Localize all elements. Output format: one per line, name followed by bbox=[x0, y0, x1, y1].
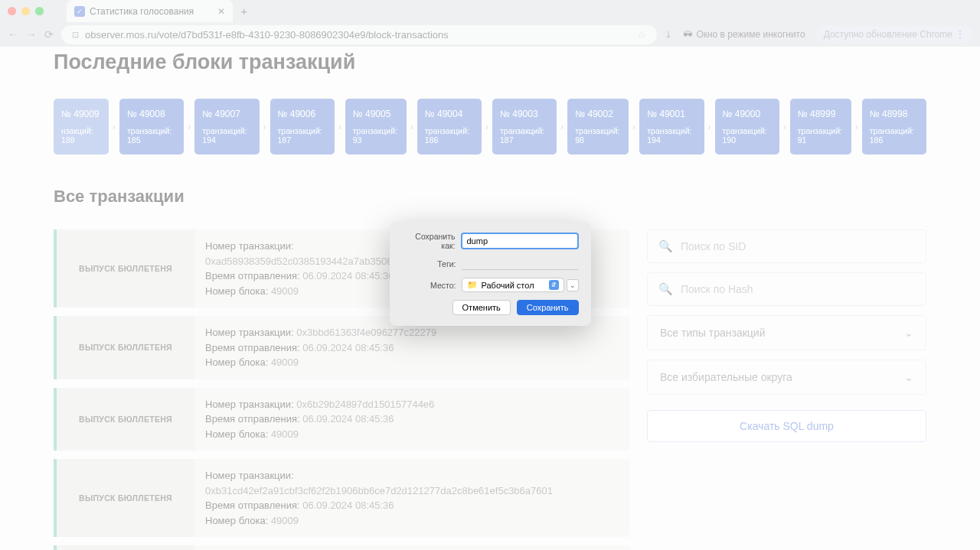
block-separator-icon: › bbox=[708, 122, 711, 132]
incognito-indicator: 🕶 Окно в режиме инкогнито bbox=[683, 29, 805, 40]
close-tab-button[interactable]: ✕ bbox=[217, 6, 225, 17]
block-txn-count: транзакций: 190 bbox=[723, 126, 772, 145]
site-settings-icon[interactable]: ⊡ bbox=[72, 30, 79, 40]
txn-type-badge: ВЫПУСК БЮЛЛЕТЕНЯ bbox=[57, 459, 194, 537]
block-card[interactable]: № 49009нзакций: 188 bbox=[54, 99, 109, 155]
block-txn-count: транзакций: 194 bbox=[647, 126, 696, 145]
incognito-icon: 🕶 bbox=[683, 29, 692, 40]
browser-toolbar: ← → ⟳ ⊡ observer.mos.ru/vote/d7bd531f-e8… bbox=[0, 22, 980, 47]
window-controls bbox=[8, 7, 44, 15]
txn-body: Номер транзакции: 0x6b29b24897dd15015774… bbox=[194, 388, 630, 451]
folder-icon: 📁 bbox=[467, 280, 478, 290]
txn-body: Номер транзакции: 0x2cfe6c90b295cad1b629… bbox=[194, 545, 630, 550]
block-number: № 48998 bbox=[870, 109, 919, 119]
block-txn-count: транзакций: 187 bbox=[500, 126, 549, 145]
block-card[interactable]: № 49002транзакций: 98 bbox=[567, 99, 629, 155]
sidebar-filters: 🔍 Поиск по SID 🔍 Поиск по Hash Все типы … bbox=[647, 229, 926, 550]
block-number: № 49005 bbox=[353, 109, 399, 119]
search-icon: 🔍 bbox=[658, 282, 673, 296]
url-text: observer.mos.ru/vote/d7bd531f-e8fb-4310-… bbox=[85, 29, 449, 41]
block-card[interactable]: № 49004транзакций: 186 bbox=[417, 99, 482, 155]
block-number: № 49003 bbox=[500, 109, 549, 119]
transaction-card[interactable]: ВЫПУСК БЮЛЛЕТЕНЯ Номер транзакции: 0xb31… bbox=[54, 459, 630, 537]
reload-button[interactable]: ⟳ bbox=[44, 28, 54, 41]
block-number: № 49007 bbox=[202, 109, 251, 119]
location-label: Место: bbox=[402, 281, 462, 290]
block-txn-count: транзакций: 194 bbox=[202, 126, 251, 145]
filename-input[interactable] bbox=[461, 233, 579, 249]
chevron-down-icon: ⌄ bbox=[904, 327, 913, 339]
txn-type-badge: ВЫПУСК БЮЛЛЕТЕНЯ bbox=[57, 388, 194, 451]
block-card[interactable]: № 49003транзакций: 187 bbox=[492, 99, 557, 155]
save-dialog: Сохранить как: Теги: Место: 📁 Рабочий ст… bbox=[390, 222, 591, 326]
txn-type-badge: ВЫПУСК БЮЛЛЕТЕНЯ bbox=[57, 229, 194, 308]
menu-icon: ⋮ bbox=[956, 29, 965, 40]
block-separator-icon: › bbox=[783, 122, 786, 132]
tags-input[interactable] bbox=[462, 258, 579, 270]
block-separator-icon: › bbox=[560, 122, 564, 132]
maximize-window-button[interactable] bbox=[35, 7, 44, 15]
search-icon: 🔍 bbox=[658, 239, 673, 253]
tags-label: Теги: bbox=[402, 259, 462, 268]
block-separator-icon: › bbox=[188, 122, 191, 132]
block-number: № 49006 bbox=[278, 109, 327, 119]
transaction-card[interactable]: ВЫПУСК БЮЛЛЕТЕНЯ Номер транзакции: 0x2cf… bbox=[54, 545, 630, 550]
block-number: № 48999 bbox=[798, 109, 844, 119]
block-separator-icon: › bbox=[485, 122, 488, 132]
block-card[interactable]: № 49007транзакций: 194 bbox=[194, 99, 259, 155]
block-number: № 49009 bbox=[61, 109, 101, 119]
block-txn-count: транзакций: 93 bbox=[353, 126, 399, 145]
block-separator-icon: › bbox=[338, 122, 341, 132]
block-txn-count: транзакций: 186 bbox=[425, 126, 474, 145]
block-card[interactable]: № 48999транзакций: 91 bbox=[790, 99, 851, 155]
new-tab-button[interactable]: + bbox=[240, 5, 247, 18]
titlebar: ✓ Статистика голосования ✕ + bbox=[0, 0, 980, 22]
block-txn-count: транзакций: 91 bbox=[798, 126, 844, 145]
download-icon[interactable]: ⤓ bbox=[665, 29, 672, 40]
filter-transaction-types[interactable]: Все типы транзакций ⌄ bbox=[647, 315, 926, 350]
block-separator-icon: › bbox=[113, 122, 116, 132]
block-number: № 49000 bbox=[723, 109, 772, 119]
forward-button[interactable]: → bbox=[26, 28, 37, 41]
save-as-label: Сохранить как: bbox=[402, 232, 461, 250]
block-card[interactable]: № 48998транзакций: 186 bbox=[862, 99, 926, 155]
block-card[interactable]: № 49001транзакций: 194 bbox=[639, 99, 704, 155]
block-card[interactable]: № 49006транзакций: 187 bbox=[270, 99, 335, 155]
block-number: № 49004 bbox=[425, 109, 474, 119]
block-card[interactable]: № 49000транзакций: 190 bbox=[715, 99, 779, 155]
block-separator-icon: › bbox=[263, 122, 266, 132]
block-txn-count: транзакций: 98 bbox=[575, 126, 621, 145]
address-bar[interactable]: ⊡ observer.mos.ru/vote/d7bd531f-e8fb-431… bbox=[61, 25, 657, 44]
browser-chrome: ✓ Статистика голосования ✕ + ← → ⟳ ⊡ obs… bbox=[0, 0, 980, 47]
block-txn-count: транзакций: 187 bbox=[278, 126, 327, 145]
cancel-button[interactable]: Отменить bbox=[452, 300, 511, 315]
download-sql-button[interactable]: Скачать SQL dump bbox=[647, 410, 926, 442]
block-number: № 49002 bbox=[575, 109, 621, 119]
close-window-button[interactable] bbox=[8, 7, 16, 15]
chrome-update-badge[interactable]: Доступно обновление Chrome ⋮ bbox=[816, 26, 972, 43]
block-separator-icon: › bbox=[632, 122, 635, 132]
block-card[interactable]: № 49005транзакций: 93 bbox=[345, 99, 407, 155]
block-txn-count: транзакций: 185 bbox=[127, 126, 176, 145]
browser-tab[interactable]: ✓ Статистика голосования ✕ bbox=[67, 0, 233, 22]
blocks-row: № 49009нзакций: 188›№ 49008транзакций: 1… bbox=[54, 99, 926, 155]
save-button[interactable]: Сохранить bbox=[517, 300, 579, 315]
search-sid-input[interactable]: 🔍 Поиск по SID bbox=[647, 229, 926, 263]
minimize-window-button[interactable] bbox=[21, 7, 30, 15]
block-txn-count: нзакций: 188 bbox=[61, 126, 101, 145]
transaction-card[interactable]: ВЫПУСК БЮЛЛЕТЕНЯ Номер транзакции: 0x6b2… bbox=[54, 388, 630, 451]
filter-districts[interactable]: Все избирательные округа ⌄ bbox=[647, 360, 926, 395]
back-button[interactable]: ← bbox=[8, 28, 18, 41]
location-dropdown[interactable]: 📁 Рабочий стол ⇵ bbox=[462, 278, 564, 292]
expand-dialog-button[interactable]: ⌄ bbox=[567, 279, 579, 291]
tab-title: Статистика голосования bbox=[90, 6, 194, 17]
search-hash-input[interactable]: 🔍 Поиск по Hash bbox=[647, 272, 926, 306]
block-separator-icon: › bbox=[855, 122, 858, 132]
block-card[interactable]: № 49008транзакций: 185 bbox=[119, 99, 184, 155]
block-separator-icon: › bbox=[410, 122, 413, 132]
tab-favicon-icon: ✓ bbox=[74, 6, 85, 17]
chevron-down-icon: ⌄ bbox=[904, 371, 913, 383]
transactions-heading: Все транзакции bbox=[54, 187, 926, 207]
bookmark-icon[interactable]: ☆ bbox=[637, 29, 646, 41]
blocks-heading: Последние блоки транзакций bbox=[54, 47, 926, 74]
